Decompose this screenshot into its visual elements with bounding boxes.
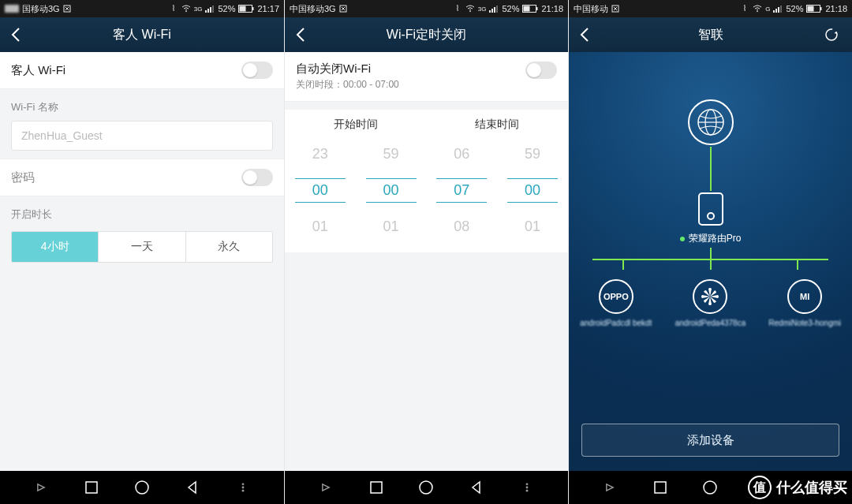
watermark-logo-icon: 值 <box>748 476 772 499</box>
wheel-next: 08 <box>436 215 487 238</box>
internet-node[interactable] <box>688 99 734 145</box>
nav-voice[interactable] <box>32 478 50 497</box>
svg-rect-30 <box>773 10 775 13</box>
svg-rect-33 <box>780 6 782 13</box>
wheel-prev: 59 <box>507 143 558 166</box>
device-mi[interactable]: MI RedmiNote3-hongmi <box>765 279 844 327</box>
end-hour-wheel[interactable]: 06 07 08 <box>427 136 498 245</box>
link-line <box>710 248 712 259</box>
carrier-blur <box>5 5 19 13</box>
duration-4h[interactable]: 4小时 <box>12 232 98 262</box>
nav-home[interactable] <box>417 478 435 497</box>
huawei-logo-icon <box>699 286 721 308</box>
refresh-button[interactable] <box>816 17 847 52</box>
router-node[interactable] <box>698 192 723 226</box>
vibrate-icon <box>740 4 749 13</box>
wheel-selected: 00 <box>366 178 417 203</box>
svg-rect-5 <box>212 6 214 13</box>
device-huawei[interactable]: androidPeda4378ca <box>671 279 749 327</box>
start-hour-wheel[interactable]: 23 00 01 <box>285 136 356 245</box>
wheel-prev: 59 <box>366 143 417 166</box>
nav-recent[interactable] <box>367 478 386 497</box>
svg-point-13 <box>242 490 245 492</box>
auto-close-sub: 关闭时段：00:00 - 07:00 <box>296 78 399 91</box>
guest-wifi-toggle[interactable] <box>241 62 273 79</box>
watermark: 值 什么值得买 <box>748 476 847 499</box>
device-badge <box>693 279 727 314</box>
clock: 21:18 <box>541 4 563 13</box>
link-line <box>622 259 624 270</box>
svg-point-26 <box>526 487 529 489</box>
svg-point-25 <box>526 483 529 485</box>
duration-1day[interactable]: 一天 <box>98 232 185 262</box>
wifi-name-section-label: Wi-Fi 名称 <box>0 89 284 121</box>
battery-icon <box>806 5 822 13</box>
network-type: 3G <box>478 6 487 13</box>
chevron-left-icon <box>295 27 306 43</box>
svg-rect-32 <box>778 7 779 13</box>
duration-section-label: 开启时长 <box>0 196 284 228</box>
back-button[interactable] <box>0 17 32 52</box>
svg-rect-31 <box>775 9 777 13</box>
svg-rect-22 <box>536 7 538 10</box>
battery-icon <box>238 5 254 13</box>
nav-back[interactable] <box>467 478 486 497</box>
add-device-button[interactable]: 添加设备 <box>581 424 839 457</box>
nav-voice[interactable] <box>600 478 619 497</box>
wifi-icon <box>181 5 191 13</box>
header: 客人 Wi-Fi <box>0 17 284 52</box>
watermark-text: 什么值得买 <box>776 478 847 497</box>
nav-menu[interactable] <box>518 478 536 497</box>
auto-close-row[interactable]: 自动关闭Wi-Fi 关闭时段：00:00 - 07:00 <box>285 52 568 102</box>
password-toggle[interactable] <box>241 169 273 186</box>
network-type: G <box>765 6 770 13</box>
svg-point-37 <box>826 29 837 40</box>
vibrate-icon <box>169 4 178 13</box>
back-button[interactable] <box>285 17 316 52</box>
nav-voice[interactable] <box>316 478 335 497</box>
status-bar: 国移动3G 3G 52% 21:17 <box>0 0 284 17</box>
start-time-col: 23 00 01 59 00 01 <box>285 136 427 245</box>
nav-menu[interactable] <box>234 478 252 497</box>
nav-home[interactable] <box>133 478 151 497</box>
globe-icon <box>695 106 727 138</box>
svg-point-24 <box>420 481 432 494</box>
svg-point-15 <box>469 11 471 13</box>
signal-icon <box>489 5 499 13</box>
back-button[interactable] <box>569 17 600 52</box>
vibrate-icon <box>453 4 462 13</box>
device-oppo[interactable]: OPPO androidPadcdl bekdt <box>577 279 656 327</box>
time-picker-headers: 开始时间 结束时间 <box>285 110 568 136</box>
auto-close-toggle[interactable] <box>525 62 557 79</box>
duration-forever[interactable]: 永久 <box>185 232 272 262</box>
content: 客人 Wi-Fi Wi-Fi 名称 ZhenHua_Guest 密码 开启时长 … <box>0 52 284 471</box>
wifi-name-input[interactable]: ZhenHua_Guest <box>11 121 273 151</box>
password-label: 密码 <box>11 170 35 185</box>
end-time-header: 结束时间 <box>427 118 569 132</box>
nav-recent[interactable] <box>82 478 101 497</box>
wheel-selected: 00 <box>295 178 346 203</box>
nav-back[interactable] <box>183 478 202 497</box>
nav-home[interactable] <box>701 478 719 497</box>
svg-point-1 <box>185 11 187 13</box>
topology-view: 荣耀路由Pro OPPO androidPadcdl bekdt <box>569 52 852 471</box>
sim-icon <box>339 5 347 13</box>
guest-wifi-row[interactable]: 客人 Wi-Fi <box>0 52 284 89</box>
end-minute-wheel[interactable]: 59 00 01 <box>497 136 568 245</box>
auto-close-sub-prefix: 关闭时段： <box>296 79 343 90</box>
time-picker[interactable]: 23 00 01 59 00 01 06 07 08 <box>285 136 568 252</box>
svg-rect-41 <box>655 482 666 493</box>
refresh-icon <box>824 27 839 43</box>
wheel-prev: 23 <box>295 143 346 166</box>
carrier-label: 中国移动 <box>574 3 608 15</box>
battery-percent: 52% <box>786 4 803 13</box>
device-badge: MI <box>787 279 822 314</box>
wheel-next: 01 <box>366 215 417 238</box>
screen-guest-wifi: 国移动3G 3G 52% 21:17 客人 Wi-Fi 客人 Wi-Fi <box>0 0 284 504</box>
link-line <box>797 259 798 270</box>
start-minute-wheel[interactable]: 59 00 01 <box>356 136 427 245</box>
nav-recent[interactable] <box>651 478 670 497</box>
password-row[interactable]: 密码 <box>0 159 284 196</box>
duration-segmented: 4小时 一天 永久 <box>11 231 273 263</box>
device-list: OPPO androidPadcdl bekdt <box>569 279 852 327</box>
